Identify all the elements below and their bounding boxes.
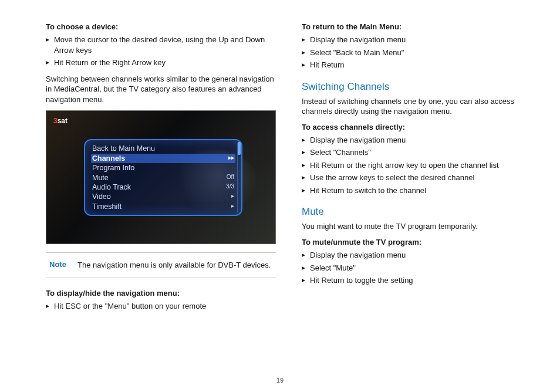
sub-heading-return-main-menu: To return to the Main Menu: [302,22,527,31]
sub-heading-choose-device: To choose a device: [46,22,276,31]
section-switching-channels: Switching Channels [302,81,527,93]
return-main-list: Display the navigation menu Select "Back… [302,35,527,70]
list-item: Select "Mute" [302,263,527,273]
paragraph: Instead of switching channels one by one… [302,96,527,117]
note-text: The navigation menu is only available fo… [77,260,271,271]
list-item: Select "Back to Main Menu" [302,48,527,58]
left-column: To choose a device: Move the cursor to t… [46,16,276,317]
display-hide-list: Hit ESC or the "Menu" button on your rem… [46,301,276,312]
list-item: Use the arrow keys to select the desired… [302,173,527,183]
section-mute: Mute [302,206,527,218]
tv-channel-logo: 3sat [53,117,68,125]
list-item: Hit Return to switch to the channel [302,185,527,196]
page-number: 19 [0,377,560,384]
paragraph: Switching between channels works similar… [46,74,276,105]
mute-list: Display the navigation menu Select "Mute… [302,250,527,286]
list-item: Move the cursor to the desired device, u… [46,35,276,55]
note-label: Note [49,260,69,271]
list-item: Hit ESC or the "Menu" button on your rem… [46,301,276,312]
tv-menu-row: Audio Track3/3 [91,183,235,192]
sub-heading-display-hide-menu: To display/hide the navigation menu: [46,289,276,298]
list-item: Display the navigation menu [302,35,527,45]
tv-navigation-menu: Back to Main Menu Channels▸▸ Program Inf… [84,139,242,216]
sub-heading-mute-unmute: To mute/unmute the TV program: [302,238,527,246]
menu-scroll-thumb [238,142,241,155]
list-item: Hit Return [302,60,527,70]
tv-screenshot: 3sat Back to Main Menu Channels▸▸ Progra… [46,110,276,244]
right-column: To return to the Main Menu: Display the … [302,16,527,317]
tv-menu-row: Program Info [91,163,235,173]
access-channels-list: Display the navigation menu Select "Chan… [302,135,527,196]
list-item: Display the navigation menu [302,250,527,261]
paragraph: You might want to mute the TV program te… [302,221,527,232]
choose-device-list: Move the cursor to the desired device, u… [46,35,276,68]
tv-menu-row: Timeshift▸ [91,202,235,211]
tv-menu-row-selected: Channels▸▸ [91,154,235,163]
list-item: Select "Channels" [302,147,527,158]
tv-menu-row: Back to Main Menu [91,144,235,153]
list-item: Hit Return or the Right Arrow key [46,58,276,68]
tv-menu-row: MuteOff [91,173,235,182]
tv-menu-row: Video▸ [91,192,235,201]
list-item: Display the navigation menu [302,135,527,146]
note-box: Note The navigation menu is only availab… [46,252,276,278]
sub-heading-access-channels: To access channels directly: [302,123,527,131]
list-item: Hit Return or the right arrow key to ope… [302,160,527,171]
list-item: Hit Return to toggle the setting [302,275,527,286]
